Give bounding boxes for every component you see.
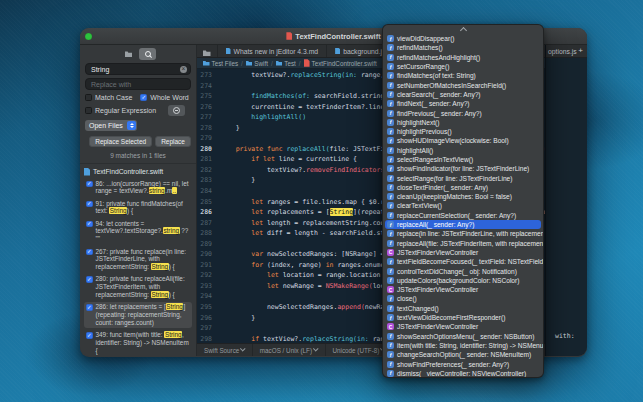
chevron-down-icon bbox=[241, 346, 246, 351]
popup-item[interactable]: fclearTextView() bbox=[383, 201, 543, 210]
code-text: if let line = currentLine { bbox=[220, 154, 357, 165]
result-checkbox[interactable]: ✓ bbox=[86, 201, 93, 208]
breadcrumb-separator: / bbox=[299, 60, 301, 67]
tab-options-js[interactable]: options.js bbox=[548, 48, 577, 55]
code-text: newSelectedRanges.append(newRange) bbox=[220, 302, 400, 313]
popup-item[interactable]: fshowSearchOptionsMenu(_ sender: NSButto… bbox=[383, 332, 543, 341]
popup-item[interactable]: frefindMatchesAndHighlight() bbox=[383, 53, 543, 62]
status-segment[interactable]: Swift Source bbox=[197, 344, 253, 356]
popup-item-label: replaceAll(_ sender: Any?) bbox=[397, 221, 474, 228]
stepper-icon bbox=[127, 121, 136, 130]
search-result-item[interactable]: ✓286: let replacements = [String](repeat… bbox=[84, 302, 192, 327]
popup-item[interactable]: fhighlightAll() bbox=[383, 146, 543, 155]
function-icon: f bbox=[387, 342, 394, 349]
chevron-down-icon bbox=[313, 346, 318, 351]
popup-item[interactable]: fcleanUp(keepingMatches: Bool = false) bbox=[383, 192, 543, 201]
result-file-group[interactable]: TextFindController.swift bbox=[84, 168, 192, 176]
search-result-item[interactable]: ✓280: private func replaceAll(file: JSTe… bbox=[84, 274, 192, 299]
popup-item[interactable]: fclearSearch(_ sender: Any?) bbox=[383, 90, 543, 99]
popup-item[interactable]: CJSTextFinderViewController bbox=[383, 248, 543, 257]
popup-item[interactable]: fsetCursorRange() bbox=[383, 62, 543, 71]
popup-item[interactable]: fshowFindIndicator(for line: JSTextFinde… bbox=[383, 164, 543, 173]
result-checkbox[interactable]: ✓ bbox=[86, 332, 93, 339]
code-text: let length = replacementString.count bbox=[220, 218, 392, 229]
line-number: 282 bbox=[197, 165, 220, 176]
popup-item-label: highlightAll() bbox=[397, 147, 433, 154]
regex-checkbox[interactable] bbox=[85, 107, 92, 114]
popup-item[interactable]: fupdateColors(backgroundColor: NSColor) bbox=[383, 276, 543, 285]
code-text: if textView?.replaceString(in: ranges) bbox=[220, 334, 400, 343]
function-icon: f bbox=[387, 35, 394, 42]
breadcrumb-item[interactable]: Test Files bbox=[203, 60, 238, 67]
popup-item[interactable]: ffindPrevious(_ sender: Any?) bbox=[383, 108, 543, 117]
breadcrumb-item[interactable]: Test bbox=[276, 60, 296, 67]
match-case-label: Match Case bbox=[95, 94, 132, 101]
popup-item[interactable]: ffindMatches(of text: String) bbox=[383, 71, 543, 80]
new-tab-button[interactable]: + bbox=[578, 47, 583, 55]
chevron-up-icon[interactable] bbox=[459, 27, 466, 34]
popup-item[interactable]: fselectRangesInTextView() bbox=[383, 155, 543, 164]
popup-item[interactable]: ftextFieldBecomeFocused(_ textField: NST… bbox=[383, 257, 543, 266]
popup-item-label: highlightPrevious() bbox=[397, 128, 452, 135]
whole-word-checkbox[interactable]: ✓ bbox=[140, 94, 147, 101]
popup-item[interactable]: fchangeSearchOption(_ sender: NSMenuItem… bbox=[383, 350, 543, 359]
function-icon: f bbox=[387, 193, 394, 200]
popup-item[interactable]: freplaceAll(file: JSTextFinderItem, with… bbox=[383, 239, 543, 248]
popup-item-label: textViewDidBecomeFirstResponder() bbox=[397, 314, 505, 321]
result-checkbox[interactable]: ✓ bbox=[86, 221, 93, 228]
popup-item[interactable]: fviewDidDisappear() bbox=[383, 34, 543, 43]
search-result-item[interactable]: ✓94: let contents = textView?.textStorag… bbox=[84, 219, 192, 244]
popup-item[interactable]: fhighlightPrevious() bbox=[383, 127, 543, 136]
search-result-item[interactable]: ✓86: ...ion(cursorRange) == nil, let ran… bbox=[84, 179, 192, 197]
popup-item[interactable]: fshowFindPreferences(_ sender: Any?) bbox=[383, 359, 543, 368]
scope-select[interactable]: Open Files bbox=[85, 120, 137, 131]
popup-item[interactable]: freplaceAll(_ sender: Any?) bbox=[385, 220, 541, 229]
popup-item[interactable]: fcloseTextFinder(_ sender: Any) bbox=[383, 183, 543, 192]
popup-item[interactable]: ffindNext(_ sender: Any?) bbox=[383, 99, 543, 108]
replace-selected-button[interactable]: Replace Selected bbox=[89, 136, 152, 147]
popup-item[interactable]: CJSTextFinderViewController bbox=[383, 285, 543, 294]
search-input[interactable]: String × bbox=[85, 63, 191, 75]
swift-file-icon bbox=[304, 59, 310, 67]
popup-item[interactable]: fhighlightNext() bbox=[383, 118, 543, 127]
search-mode-button[interactable] bbox=[139, 48, 156, 60]
file-icon bbox=[226, 48, 231, 55]
result-checkbox[interactable]: ✓ bbox=[86, 181, 93, 188]
search-result-item[interactable]: ✓267: private func replace(in line: JSTe… bbox=[84, 247, 192, 272]
popup-item-label: showSearchOptionsMenu(_ sender: NSButton… bbox=[397, 333, 534, 340]
regex-help-button[interactable] bbox=[168, 105, 185, 116]
file-browser-button[interactable] bbox=[120, 48, 137, 60]
match-case-checkbox[interactable] bbox=[85, 94, 92, 101]
breadcrumb-item[interactable]: TextFindController.swift bbox=[304, 59, 377, 67]
popup-item[interactable]: CJSTextFinderViewController bbox=[383, 322, 543, 331]
clear-search-icon[interactable]: × bbox=[180, 66, 187, 73]
popup-item[interactable]: fselectRange(for line: JSTextFinderLine) bbox=[383, 173, 543, 182]
popup-item[interactable]: fshowHUDImageView(clockwise: Bool) bbox=[383, 136, 543, 145]
folder-icon bbox=[276, 61, 283, 66]
secondary-code-area[interactable]: with: bbox=[546, 58, 587, 356]
breadcrumb-item[interactable]: Swift bbox=[246, 60, 268, 67]
function-icon: f bbox=[387, 361, 394, 368]
popup-item[interactable]: freplaceCurrentSelection(_ sender: Any?) bbox=[383, 211, 543, 220]
popup-item[interactable]: frefindMatches() bbox=[383, 43, 543, 52]
code-text: currentLine = textFinderItem?.line bbox=[220, 102, 384, 113]
popup-item-label: showFindPreferences(_ sender: Any?) bbox=[397, 361, 509, 368]
popup-item[interactable]: fitem(with title: String, identifier: St… bbox=[383, 341, 543, 350]
search-result-item[interactable]: ✓349: func item(with title: String, iden… bbox=[84, 330, 192, 355]
popup-item[interactable]: fclose() bbox=[383, 294, 543, 303]
file-icon bbox=[84, 168, 90, 176]
editor-tab[interactable]: Whats new in jEditor 4.3.md bbox=[217, 45, 327, 57]
popup-item[interactable]: fdismiss(_ viewController: NSViewControl… bbox=[383, 369, 543, 378]
popup-item[interactable]: fsetNumberOfMatchesInSearchField() bbox=[383, 80, 543, 89]
result-checkbox[interactable]: ✓ bbox=[86, 276, 93, 283]
replace-input[interactable]: Replace with bbox=[85, 78, 191, 90]
status-segment[interactable]: macOS / Unix (LF) bbox=[253, 344, 326, 356]
popup-item[interactable]: freplace(in line: JSTextFinderLine, with… bbox=[383, 229, 543, 238]
replace-button[interactable]: Replace bbox=[155, 136, 191, 147]
popup-item[interactable]: ftextChanged() bbox=[383, 304, 543, 313]
popup-item[interactable]: ftextViewDidBecomeFirstResponder() bbox=[383, 313, 543, 322]
search-result-item[interactable]: ✓91: private func findMatches(of text: S… bbox=[84, 199, 192, 217]
result-checkbox[interactable]: ✓ bbox=[86, 249, 93, 256]
popup-item[interactable]: fcontrolTextDidChange(_ obj: Notificatio… bbox=[383, 266, 543, 275]
result-checkbox[interactable]: ✓ bbox=[86, 304, 93, 311]
